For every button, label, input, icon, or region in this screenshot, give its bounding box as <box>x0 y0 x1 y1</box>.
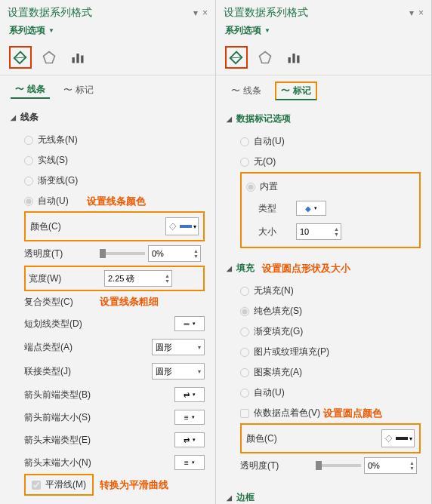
marker-size-label: 大小 <box>258 226 289 238</box>
color-label: 颜色(C) <box>30 220 98 233</box>
effects-tab[interactable] <box>38 46 60 69</box>
radio-marker-none[interactable]: 无(O) <box>240 152 421 172</box>
section-marker-options[interactable]: ◢数据标记选项 <box>227 109 421 128</box>
sub-tab-line[interactable]: 〜线条 <box>11 81 50 99</box>
fill-line-tab[interactable] <box>9 46 32 69</box>
cap-type-dropdown[interactable]: 圆形▾ <box>152 339 205 355</box>
sub-tab-line[interactable]: 〜线条 <box>227 81 266 100</box>
svg-rect-6 <box>292 54 295 63</box>
sub-tab-marker[interactable]: 〜标记 <box>275 81 317 100</box>
radio-fill-none[interactable]: 无填充(N) <box>240 281 421 301</box>
section-border[interactable]: ◢边框 <box>227 488 421 504</box>
arrow-end-size-label: 箭头末端大小(N) <box>24 456 107 469</box>
triangle-down-icon: ◢ <box>227 265 232 272</box>
series-options-tab[interactable] <box>66 46 89 69</box>
format-pane-right: 设置数据系列格式 ▾ × 系列选项 ▼ 〜线条 〜标记 ◢数据标记选项 自动(U… <box>216 0 432 504</box>
radio-fill-pattern[interactable]: 图案填充(A) <box>240 362 421 383</box>
section-fill[interactable]: ◢填充 <box>227 259 255 278</box>
arrow-end-type-dropdown[interactable]: ⇄▾ <box>174 432 205 447</box>
fill-color-label: 颜色(C) <box>246 432 314 445</box>
marker-type-label: 类型 <box>258 202 289 215</box>
series-options-dropdown[interactable]: 系列选项 ▼ <box>0 23 215 41</box>
caret-down-icon: ▼ <box>48 27 54 34</box>
smooth-line-checkbox[interactable]: 平滑线(M) <box>24 474 94 496</box>
dash-type-dropdown[interactable]: ═▾ <box>174 316 205 331</box>
radio-fill-auto[interactable]: 自动(U) <box>240 383 421 403</box>
sub-tab-marker[interactable]: 〜标记 <box>59 81 98 99</box>
triangle-down-icon: ◢ <box>227 115 232 123</box>
triangle-down-icon: ◢ <box>11 114 16 121</box>
width-label: 宽度(W) <box>29 272 97 285</box>
annotation-marker-color: 设置圆点颜色 <box>323 407 382 420</box>
arrow-end-size-dropdown[interactable]: ≡▾ <box>174 455 205 470</box>
fill-line-tab[interactable] <box>225 46 248 69</box>
radio-auto-line[interactable]: 自动(U) <box>24 191 69 211</box>
dash-type-label: 短划线类型(D) <box>24 318 92 330</box>
triangle-down-icon: ◢ <box>227 494 232 502</box>
fill-transparency-slider[interactable] <box>316 464 361 467</box>
compound-type-label: 复合类型(C) <box>24 296 92 309</box>
radio-fill-picture[interactable]: 图片或纹理填充(P) <box>240 342 421 362</box>
join-type-dropdown[interactable]: 圆形▾ <box>152 363 205 380</box>
arrow-begin-size-label: 箭头前端大小(S) <box>24 411 107 424</box>
arrow-begin-type-label: 箭头前端类型(B) <box>24 389 107 401</box>
width-input[interactable]: 2.25 磅▲▼ <box>104 270 172 287</box>
color-picker[interactable]: ▾ <box>165 217 199 235</box>
transparency-label: 透明度(T) <box>24 247 92 260</box>
svg-marker-0 <box>44 52 55 63</box>
vary-colors-checkbox[interactable]: 依数据点着色(V) <box>240 403 320 423</box>
line-icon: 〜 <box>231 85 240 97</box>
annotation-line-width: 设置线条粗细 <box>100 295 159 309</box>
arrow-begin-size-dropdown[interactable]: ≡▾ <box>174 410 205 425</box>
fill-transparency-label: 透明度(T) <box>240 459 308 472</box>
marker-icon: 〜 <box>281 85 290 97</box>
caret-down-icon: ▼ <box>264 27 270 34</box>
annotation-line-color: 设置线条颜色 <box>87 195 146 208</box>
radio-solid-line[interactable]: 实线(S) <box>24 150 205 171</box>
close-icon[interactable]: × <box>202 8 208 18</box>
join-type-label: 联接类型(J) <box>24 365 92 378</box>
arrow-begin-type-dropdown[interactable]: ⇄▾ <box>174 387 205 402</box>
paint-bucket-icon <box>384 433 394 444</box>
dropdown-icon[interactable]: ▾ <box>409 8 414 18</box>
paint-bucket-icon <box>228 49 245 66</box>
line-icon: 〜 <box>15 83 24 96</box>
svg-marker-4 <box>260 52 271 63</box>
annotation-marker-shape: 设置圆点形状及大小 <box>262 262 350 275</box>
section-line[interactable]: ◢线条 <box>11 108 205 127</box>
transparency-input[interactable]: 0%▲▼ <box>148 245 201 262</box>
paint-bucket-icon <box>168 221 178 232</box>
cap-type-label: 端点类型(A) <box>24 341 92 354</box>
pentagon-icon <box>258 50 273 65</box>
radio-gradient-line[interactable]: 渐变线(G) <box>24 171 205 191</box>
radio-fill-gradient[interactable]: 渐变填充(G) <box>240 321 421 342</box>
radio-fill-solid[interactable]: 纯色填充(S) <box>240 301 421 321</box>
pane-title: 设置数据系列格式 <box>224 6 409 20</box>
fill-color-picker[interactable]: ▾ <box>381 429 415 447</box>
radio-no-line[interactable]: 无线条(N) <box>24 130 205 150</box>
bar-chart-icon <box>286 50 301 65</box>
annotation-smooth: 转换为平滑曲线 <box>100 478 168 492</box>
pane-title: 设置数据系列格式 <box>8 6 193 20</box>
marker-icon: 〜 <box>63 84 73 97</box>
svg-rect-2 <box>76 54 79 63</box>
transparency-slider[interactable] <box>100 252 145 255</box>
fill-transparency-input[interactable]: 0%▲▼ <box>364 457 417 474</box>
radio-marker-builtin[interactable]: 内置 <box>246 177 415 197</box>
close-icon[interactable]: × <box>418 8 424 18</box>
arrow-end-type-label: 箭头末端类型(E) <box>24 434 107 447</box>
dropdown-icon[interactable]: ▾ <box>193 8 198 18</box>
marker-type-dropdown[interactable]: ◆▾ <box>296 201 326 216</box>
format-pane-left: 设置数据系列格式 ▾ × 系列选项 ▼ 〜线条 〜标记 ◢线条 无线条(N) 实… <box>0 0 216 504</box>
series-options-dropdown[interactable]: 系列选项 ▼ <box>216 23 431 41</box>
effects-tab[interactable] <box>254 46 276 69</box>
svg-rect-3 <box>81 56 83 63</box>
svg-rect-7 <box>297 56 299 63</box>
marker-size-input[interactable]: 10▲▼ <box>296 223 341 240</box>
radio-marker-auto[interactable]: 自动(U) <box>240 131 421 152</box>
series-options-tab[interactable] <box>282 46 305 69</box>
paint-bucket-icon <box>12 49 29 66</box>
pentagon-icon <box>42 50 57 65</box>
svg-rect-1 <box>73 57 75 63</box>
bar-chart-icon <box>70 50 85 65</box>
